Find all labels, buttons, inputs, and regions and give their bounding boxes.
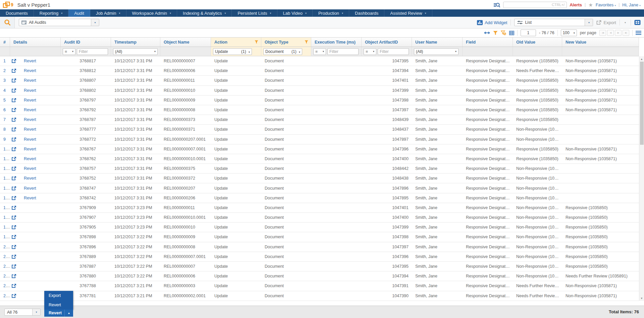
revert-link[interactable]: Revert (24, 117, 36, 122)
row-number-link[interactable]: 15 (3, 196, 10, 200)
row-number-link[interactable]: 18 (3, 225, 10, 230)
nav-tab-documents[interactable]: Documents (0, 9, 34, 17)
row-number-link[interactable]: 5 (3, 98, 6, 103)
prev-page-button[interactable]: ◀ (607, 30, 614, 36)
external-link-icon[interactable] (11, 98, 16, 103)
revert-link[interactable]: Revert (24, 88, 36, 93)
scope-dropdown-button[interactable]: ▾ (32, 309, 40, 315)
column-header-exec_time[interactable]: Execution Time (ms) (311, 38, 362, 47)
external-link-icon[interactable] (11, 156, 16, 161)
nav-tab-reporting[interactable]: Reporting ▾ (34, 9, 68, 17)
external-link-icon[interactable] (11, 176, 16, 181)
external-link-icon[interactable] (11, 205, 16, 210)
external-link-icon[interactable] (11, 235, 16, 239)
external-link-icon[interactable] (11, 117, 16, 122)
revert-link[interactable]: Revert (24, 196, 36, 200)
filter-input[interactable] (327, 48, 359, 55)
filter-all-select[interactable]: (All)▾ (414, 48, 459, 55)
scrollbar-down-button[interactable]: ▼ (639, 296, 644, 301)
nav-tab-audit[interactable]: Audit (68, 9, 90, 17)
column-header-audit_id[interactable]: Audit ID (61, 38, 111, 47)
mass-op-apply-button[interactable]: Revert ▲ (44, 310, 73, 317)
column-header-details[interactable]: Details (10, 38, 61, 47)
external-link-icon[interactable] (11, 166, 16, 171)
external-link-icon[interactable] (11, 283, 16, 288)
external-link-icon[interactable] (11, 294, 16, 298)
row-number-link[interactable]: 16 (3, 205, 10, 210)
row-number-link[interactable]: 19 (3, 235, 10, 239)
external-link-icon[interactable] (11, 68, 16, 73)
revert-link[interactable]: Revert (24, 137, 36, 142)
row-number-link[interactable]: 9 (3, 137, 6, 142)
external-link-icon[interactable] (11, 78, 16, 83)
add-widget-button[interactable]: Add Widget (477, 20, 507, 25)
filter-operator-select[interactable]: =▾ (63, 48, 75, 55)
column-header-old_value[interactable]: Old Value (513, 38, 562, 47)
page-size-select[interactable]: 100▾ (561, 29, 577, 36)
next-page-button[interactable]: ▶ (615, 30, 622, 36)
revert-link[interactable]: Revert (24, 78, 36, 83)
column-header-new_value[interactable]: New Value (562, 38, 639, 47)
nav-tab-dashboards[interactable]: Dashboards (349, 9, 384, 17)
list-menu-button[interactable] (636, 31, 641, 35)
row-number-link[interactable]: 17 (3, 215, 10, 220)
menu-item-export[interactable]: Export (44, 291, 73, 300)
favorites-star-icon[interactable]: ★ (588, 2, 593, 7)
first-page-button[interactable]: |◀ (599, 30, 606, 36)
revert-link[interactable]: Revert (24, 147, 36, 151)
row-number-link[interactable]: 25 (3, 294, 10, 298)
column-header-object_name[interactable]: Object Name (160, 38, 211, 47)
clear-filters-button[interactable] (501, 30, 506, 35)
row-number-link[interactable]: 7 (3, 117, 6, 122)
last-page-button[interactable]: ▶| (623, 30, 629, 36)
mass-op-scope-select[interactable]: All 76 ▾ (4, 309, 41, 316)
row-number-link[interactable]: 14 (3, 186, 10, 191)
filter-all-select[interactable]: (All)▾ (113, 48, 158, 55)
filter-toggle-button[interactable] (493, 31, 498, 35)
row-number-link[interactable]: 23 (3, 274, 10, 278)
nav-tab-production[interactable]: Production ▾ (313, 9, 349, 17)
row-number-link[interactable]: 2 (3, 68, 6, 73)
revert-link[interactable]: Revert (24, 98, 36, 103)
dashboard-icon-button[interactable] (634, 20, 641, 25)
revert-link[interactable]: Revert (24, 166, 36, 171)
column-header-action[interactable]: Action (211, 38, 261, 47)
external-link-icon[interactable] (11, 264, 16, 269)
external-link-icon[interactable] (11, 108, 16, 112)
quicknav-search-icon[interactable] (493, 2, 500, 8)
revert-link[interactable]: Revert (24, 68, 36, 73)
external-link-icon[interactable] (11, 88, 16, 93)
external-link-icon[interactable] (11, 254, 16, 259)
relativity-logo-icon[interactable]: 9 (3, 2, 13, 8)
row-number-link[interactable]: 20 (3, 245, 10, 249)
view-dropdown-button[interactable]: ▾ (585, 19, 593, 26)
revert-link[interactable]: Revert (24, 108, 36, 112)
resize-columns-button[interactable] (484, 31, 490, 35)
row-number-link[interactable]: 4 (3, 88, 6, 93)
row-number-link[interactable]: 22 (3, 264, 10, 269)
external-link-icon[interactable] (11, 225, 16, 230)
alerts-link[interactable]: Alerts (570, 2, 582, 7)
row-number-link[interactable]: 6 (3, 108, 6, 112)
nav-tab-indexing-analytics[interactable]: Indexing & Analytics ▾ (177, 9, 232, 17)
grid-view-button[interactable] (509, 31, 514, 35)
nav-tab-workspace-admin[interactable]: Workspace Admin ▾ (126, 9, 177, 17)
row-number-link[interactable]: 21 (3, 254, 10, 259)
nav-tab-assisted-review[interactable]: Assisted Review ▾ (384, 9, 432, 17)
column-header-object_type[interactable]: Object Type (261, 38, 311, 47)
external-link-icon[interactable] (11, 215, 16, 220)
nav-tab-job-admin[interactable]: Job Admin ▾ (90, 9, 126, 17)
external-link-icon[interactable] (11, 274, 16, 278)
column-header-field[interactable]: Field (463, 38, 513, 47)
filter-value-select[interactable]: Document(1) ▾ (263, 48, 302, 55)
revert-link[interactable]: Revert (24, 127, 36, 132)
saved-search-selector[interactable]: All Audits ▾ (19, 19, 99, 26)
external-link-icon[interactable] (11, 59, 16, 63)
external-link-icon[interactable] (11, 137, 16, 142)
saved-search-dropdown-button[interactable]: ▾ (91, 19, 99, 26)
row-number-link[interactable]: 1 (3, 59, 6, 63)
row-number-link[interactable]: 24 (3, 283, 10, 288)
external-link-icon[interactable] (11, 245, 16, 249)
row-number-link[interactable]: 10 (3, 147, 10, 151)
external-link-icon[interactable] (11, 147, 16, 151)
